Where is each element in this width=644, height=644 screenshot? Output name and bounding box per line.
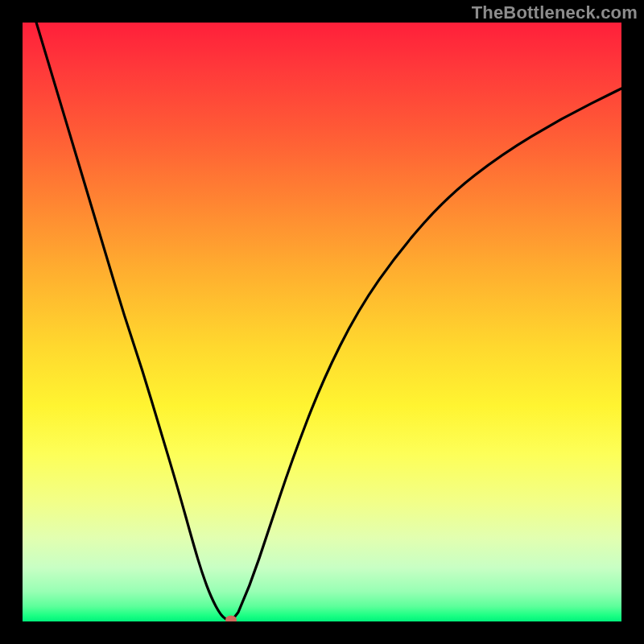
curve-layer xyxy=(23,23,621,621)
bottleneck-curve xyxy=(35,23,621,621)
chart-frame: TheBottleneck.com xyxy=(0,0,644,644)
minimum-marker-icon xyxy=(225,615,237,621)
watermark-text: TheBottleneck.com xyxy=(472,2,638,23)
plot-area xyxy=(23,23,621,621)
